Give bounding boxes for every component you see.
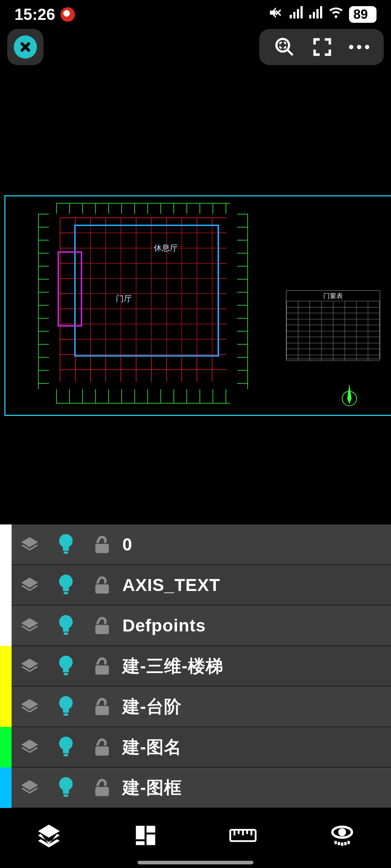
svg-point-50 [339, 830, 345, 835]
zoom-extents-button[interactable] [274, 36, 295, 58]
layer-name-label: Defpoints [120, 616, 391, 635]
svg-rect-41 [146, 834, 155, 845]
layer-lock-toggle[interactable] [84, 656, 120, 676]
layer-lock-toggle[interactable] [84, 778, 120, 798]
svg-rect-5 [313, 12, 315, 18]
svg-point-35 [59, 777, 73, 791]
view-settings-tab-button[interactable] [329, 822, 355, 848]
layer-color-swatch[interactable] [0, 767, 12, 808]
svg-rect-33 [64, 754, 68, 756]
svg-point-23 [59, 655, 73, 669]
layer-name-label: 建-图框 [120, 776, 391, 799]
layer-color-swatch[interactable] [0, 646, 12, 686]
layer-color-swatch[interactable] [0, 686, 12, 727]
svg-rect-1 [293, 12, 295, 18]
layer-visibility-toggle[interactable] [48, 776, 84, 799]
set-current-layer-button[interactable] [12, 656, 48, 676]
layouts-tab-button[interactable] [134, 824, 157, 847]
layers-tab-button[interactable] [36, 822, 62, 848]
svg-rect-28 [63, 709, 69, 712]
svg-rect-3 [300, 6, 303, 18]
set-current-layer-button[interactable] [12, 778, 48, 798]
svg-rect-18 [95, 584, 109, 593]
svg-rect-29 [64, 713, 68, 715]
svg-line-9 [287, 50, 293, 55]
layer-row[interactable]: 建-图名 [0, 727, 391, 767]
weibo-icon [60, 7, 75, 22]
north-arrow-icon [340, 382, 358, 408]
bottom-toolbar [0, 810, 391, 868]
layer-lock-toggle[interactable] [84, 616, 120, 636]
svg-rect-36 [63, 790, 69, 793]
svg-rect-20 [63, 628, 69, 631]
room-label-lounge: 休息厅 [154, 243, 178, 254]
svg-point-11 [59, 534, 73, 548]
measure-tab-button[interactable] [229, 826, 257, 844]
svg-rect-38 [95, 787, 109, 796]
door-window-schedule: 门窗表 [286, 290, 380, 359]
editor-toolbar [0, 29, 391, 72]
svg-rect-4 [309, 15, 311, 18]
layer-name-label: 建-图名 [120, 736, 391, 759]
view-tools-group [259, 29, 384, 65]
svg-rect-13 [64, 551, 68, 553]
close-button[interactable] [7, 29, 43, 65]
wifi-icon [328, 5, 344, 24]
layer-visibility-toggle[interactable] [48, 614, 84, 637]
home-indicator[interactable] [138, 861, 253, 864]
clock: 15:26 [14, 5, 55, 24]
layer-row[interactable]: 0 [0, 524, 391, 565]
svg-rect-34 [95, 746, 109, 756]
layer-row[interactable]: Defpoints [0, 605, 391, 646]
layer-lock-toggle[interactable] [84, 535, 120, 555]
layer-panel: 0AXIS_TEXTDefpoints建-三维-楼梯建-台阶建-图名建-图框 [0, 524, 391, 810]
battery-indicator: 89 [349, 6, 377, 23]
svg-rect-14 [95, 544, 109, 553]
set-current-layer-button[interactable] [12, 535, 48, 555]
svg-rect-24 [63, 668, 69, 672]
mute-icon [268, 5, 284, 24]
more-menu-button[interactable] [349, 45, 369, 49]
layer-lock-toggle[interactable] [84, 737, 120, 757]
svg-rect-40 [146, 826, 155, 833]
layer-lock-toggle[interactable] [84, 697, 120, 717]
svg-rect-6 [316, 9, 319, 18]
layer-visibility-toggle[interactable] [48, 655, 84, 678]
layer-lock-toggle[interactable] [84, 575, 120, 595]
layer-visibility-toggle[interactable] [48, 736, 84, 759]
drawing-frame: 休息厅 门厅 门窗表 [4, 195, 391, 416]
schedule-title: 门窗表 [286, 291, 380, 301]
layer-visibility-toggle[interactable] [48, 574, 84, 597]
svg-point-31 [59, 736, 73, 750]
set-current-layer-button[interactable] [12, 616, 48, 636]
svg-point-8 [277, 39, 289, 52]
set-current-layer-button[interactable] [12, 575, 48, 595]
layer-name-label: 建-台阶 [120, 695, 391, 718]
svg-rect-37 [64, 794, 68, 796]
svg-rect-30 [95, 706, 109, 715]
drawing-viewport[interactable]: 休息厅 门厅 门窗表 [0, 72, 391, 347]
close-icon [14, 35, 37, 59]
svg-rect-12 [63, 547, 69, 550]
layer-color-swatch[interactable] [0, 605, 12, 646]
layer-row[interactable]: 建-三维-楼梯 [0, 646, 391, 686]
svg-rect-0 [290, 15, 292, 18]
fullscreen-button[interactable] [312, 37, 332, 57]
svg-rect-17 [64, 592, 68, 594]
layer-row[interactable]: 建-台阶 [0, 686, 391, 727]
set-current-layer-button[interactable] [12, 737, 48, 757]
svg-rect-7 [320, 6, 322, 18]
svg-point-19 [59, 615, 73, 629]
layer-color-swatch[interactable] [0, 727, 12, 767]
set-current-layer-button[interactable] [12, 697, 48, 717]
layer-row[interactable]: AXIS_TEXT [0, 565, 391, 605]
room-label-lobby: 门厅 [116, 293, 132, 304]
svg-point-15 [59, 574, 73, 588]
layer-color-swatch[interactable] [0, 565, 12, 605]
layer-color-swatch[interactable] [0, 524, 12, 565]
layer-visibility-toggle[interactable] [48, 533, 84, 556]
layer-visibility-toggle[interactable] [48, 695, 84, 718]
svg-rect-2 [297, 9, 299, 18]
layer-name-label: AXIS_TEXT [120, 575, 391, 595]
layer-row[interactable]: 建-图框 [0, 767, 391, 808]
